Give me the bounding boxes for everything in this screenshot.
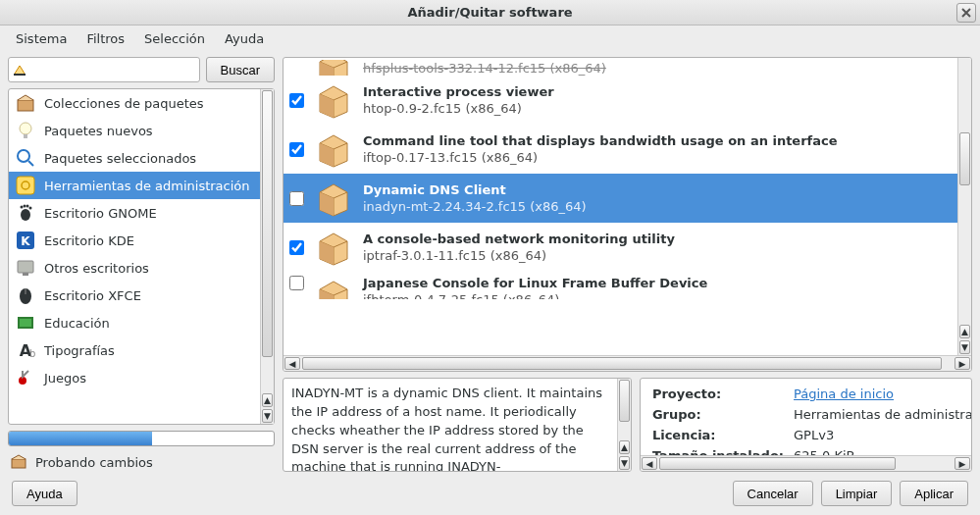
metadata-content: Proyecto: Página de inicio Grupo: Herram… [641,379,971,455]
close-button[interactable] [956,3,976,23]
svg-rect-19 [20,319,31,327]
main-content: Buscar Colecciones de paquetesPaquetes n… [0,51,980,472]
menu-sistema[interactable]: Sistema [6,27,77,50]
package-checkbox[interactable] [289,191,304,206]
svg-point-7 [21,209,30,221]
package-checkbox[interactable] [289,276,304,290]
category-item-edu[interactable]: Educación [9,309,260,336]
svg-point-11 [29,207,32,210]
svg-point-8 [21,206,24,209]
category-item-gnome[interactable]: Escritorio GNOME [9,199,260,227]
category-item-admin[interactable]: Herramientas de administración [9,172,260,199]
tools-icon [15,175,36,196]
package-row[interactable]: Command line tool that displays bandwidt… [284,125,957,174]
clear-button[interactable]: Limpiar [821,481,893,506]
svg-point-1 [20,123,31,134]
homepage-link[interactable]: Página de inicio [794,386,894,401]
category-label: Herramientas de administración [44,179,250,193]
meta-group-value: Herramientas de administrac [790,405,971,424]
detail-row: INADYN-MT is a dynamic DNS client. It ma… [283,378,972,472]
category-box: Colecciones de paquetesPaquetes nuevosPa… [8,88,275,425]
magnifier-icon [15,147,36,169]
category-item-other[interactable]: Otros escritorios [9,254,260,282]
category-item-kde[interactable]: KEscritorio KDE [9,227,260,254]
category-item-xfce[interactable]: Escritorio XFCE [9,282,260,309]
bottom-bar: Ayuda Cancelar Limpiar Aplicar [0,472,980,515]
package-icon [314,276,353,299]
close-icon [961,8,971,18]
package-list-wrap: hfsplus-tools-332.14-12.fc15 (x86_64)Int… [284,58,971,355]
left-column: Buscar Colecciones de paquetesPaquetes n… [8,57,275,472]
menu-filtros[interactable]: Filtros [77,27,134,50]
menu-seleccion[interactable]: Selección [134,27,215,50]
menu-ayuda[interactable]: Ayuda [215,27,274,50]
package-row[interactable]: hfsplus-tools-332.14-12.fc15 (x86_64) [284,58,957,76]
scroll-down-icon[interactable]: ▼ [619,456,630,470]
package-sub: htop-0.9-2.fc15 (x86_64) [363,101,554,116]
status-row: Probando cambios [8,452,275,472]
package-checkbox[interactable] [289,93,304,108]
category-list: Colecciones de paquetesPaquetes nuevosPa… [9,89,260,424]
cancel-button[interactable]: Cancelar [733,481,813,506]
svg-rect-23 [12,459,26,468]
package-box: hfsplus-tools-332.14-12.fc15 (x86_64)Int… [283,57,972,372]
package-hscroll[interactable]: ◀ ▶ [284,355,971,371]
meta-size-value: 625.0 KiB [790,446,971,455]
package-title: Dynamic DNS Client [363,182,587,197]
package-icon [314,228,353,267]
package-title: Japanese Console for Linux Frame Buffer … [363,276,707,290]
package-row[interactable]: Japanese Console for Linux Frame Buffer … [284,272,957,299]
package-checkbox[interactable] [289,240,304,255]
svg-line-4 [28,161,33,166]
font-icon: Ab [15,339,36,361]
scroll-down-icon[interactable]: ▼ [959,340,970,354]
bulb-icon [15,120,36,141]
category-label: Escritorio KDE [44,233,134,248]
category-label: Otros escritorios [44,261,149,276]
scroll-left-icon[interactable]: ◀ [284,357,300,370]
scroll-right-icon[interactable]: ▶ [954,357,970,370]
svg-point-9 [24,205,26,208]
status-icon [8,451,29,473]
package-checkbox[interactable] [289,142,304,157]
package-title: A console-based network monitoring utili… [363,232,675,246]
search-row: Buscar [8,57,275,82]
search-input[interactable] [8,57,200,82]
package-icon [314,179,353,218]
scroll-up-icon[interactable]: ▲ [619,440,630,454]
scroll-left-icon[interactable]: ◀ [642,457,657,470]
svg-rect-5 [17,177,34,194]
scroll-up-icon[interactable]: ▲ [959,325,970,338]
category-label: Educación [44,316,110,331]
package-sub: hfsplus-tools-332.14-12.fc15 (x86_64) [363,61,606,76]
category-label: Tipografías [44,343,115,358]
category-item-games[interactable]: Juegos [9,364,260,391]
category-item-new[interactable]: Paquetes nuevos [9,117,260,144]
package-icon [314,80,353,120]
description-scrollbar[interactable]: ▲ ▼ [617,379,631,471]
description-box: INADYN-MT is a dynamic DNS client. It ma… [283,378,632,472]
mouse-icon [15,284,36,306]
category-item-fonts[interactable]: AbTipografías [9,336,260,364]
category-label: Paquetes nuevos [44,124,153,138]
metadata-hscroll[interactable]: ◀ ▶ [641,455,971,471]
package-scrollbar[interactable]: ▲ ▼ [957,58,971,355]
svg-point-10 [26,205,29,208]
scroll-up-icon[interactable]: ▲ [262,393,273,407]
meta-size-label: Tamaño instalado: [648,446,788,455]
category-item-collections[interactable]: Colecciones de paquetes [9,89,260,117]
help-button[interactable]: Ayuda [12,481,77,506]
package-row[interactable]: A console-based network monitoring utili… [284,223,957,272]
search-button[interactable]: Buscar [206,57,275,82]
category-item-selected[interactable]: Paquetes seleccionados [9,144,260,172]
scroll-down-icon[interactable]: ▼ [262,409,273,423]
window: Añadir/Quitar software Sistema Filtros S… [0,0,980,515]
scroll-right-icon[interactable]: ▶ [954,457,970,470]
category-label: Colecciones de paquetes [44,96,204,111]
category-scrollbar[interactable]: ▲ ▼ [260,89,274,424]
apply-button[interactable]: Aplicar [900,481,968,506]
svg-point-3 [18,150,29,162]
description-text: INADYN-MT is a dynamic DNS client. It ma… [284,379,617,471]
package-row[interactable]: Interactive process viewerhtop-0.9-2.fc1… [284,76,957,125]
package-row[interactable]: Dynamic DNS Clientinadyn-mt-2.24.34-2.fc… [284,174,957,223]
